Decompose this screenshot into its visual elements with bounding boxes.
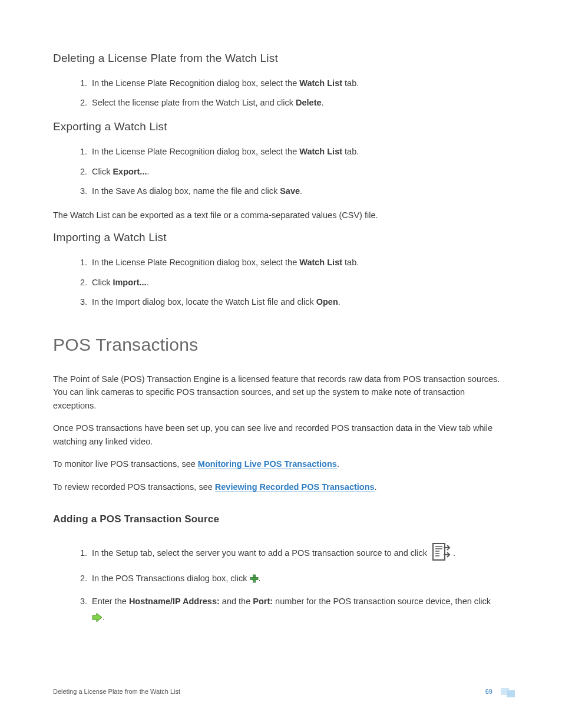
step-bold: Hostname/IP Address:: [129, 597, 220, 606]
paragraph-export-note: The Watch List can be exported as a text…: [53, 209, 509, 222]
steps-delete: In the License Plate Recognition dialog …: [53, 77, 509, 110]
heading-pos-transactions: POS Transactions: [53, 335, 509, 355]
footer-decoration-icon: [501, 687, 521, 696]
step-text: .: [103, 612, 105, 622]
link-reviewing-recorded-pos[interactable]: Reviewing Recorded POS Transactions: [215, 482, 375, 492]
list-item: In the POS Transactions dialog box, clic…: [90, 572, 509, 587]
step-text: Enter the: [92, 597, 129, 606]
step-text: .: [338, 297, 340, 307]
document-page: Deleting a License Plate from the Watch …: [0, 0, 562, 728]
list-item: In the License Plate Recognition dialog …: [90, 77, 509, 90]
step-text: .: [147, 278, 149, 287]
step-text: .: [300, 186, 302, 196]
step-text: Click: [92, 167, 113, 176]
pos-receipt-icon: [431, 542, 451, 566]
list-item: In the Setup tab, select the server you …: [90, 542, 509, 566]
list-item: Enter the Hostname/IP Address: and the P…: [90, 594, 509, 628]
step-bold: Watch List: [299, 147, 342, 156]
text: To review recorded POS transactions, see: [53, 482, 215, 492]
paragraph-pos-intro: The Point of Sale (POS) Transaction Engi…: [53, 373, 509, 412]
svg-rect-0: [433, 543, 445, 560]
step-bold: Open: [316, 297, 338, 307]
heading-importing-watch-list: Importing a Watch List: [53, 231, 509, 244]
footer-right: 69: [485, 687, 521, 696]
list-item: In the License Plate Recognition dialog …: [90, 145, 509, 159]
step-text: tab.: [342, 258, 359, 267]
step-text: In the Import dialog box, locate the Wat…: [92, 297, 316, 307]
step-text: In the License Plate Recognition dialog …: [92, 78, 299, 88]
paragraph-pos-view: Once POS transactions have been set up, …: [53, 421, 509, 448]
step-text: .: [147, 167, 149, 176]
heading-exporting-watch-list: Exporting a Watch List: [53, 120, 509, 133]
text: .: [337, 459, 339, 469]
list-item: Click Export....: [90, 165, 509, 179]
svg-rect-7: [250, 578, 258, 580]
add-plus-icon: [250, 574, 259, 587]
step-text: In the License Plate Recognition dialog …: [92, 147, 299, 156]
page-number: 69: [485, 688, 492, 695]
paragraph-pos-review: To review recorded POS transactions, see…: [53, 480, 509, 493]
list-item: Click Import....: [90, 276, 509, 289]
heading-delete-license-plate: Deleting a License Plate from the Watch …: [53, 52, 509, 65]
list-item: In the Import dialog box, locate the Wat…: [90, 295, 509, 309]
step-text: number for the POS transaction source de…: [273, 597, 491, 606]
next-arrow-icon: [92, 611, 103, 628]
heading-adding-pos-source: Adding a POS Transaction Source: [53, 513, 509, 525]
step-bold: Save: [280, 186, 300, 196]
list-item: In the Save As dialog box, name the file…: [90, 185, 509, 198]
step-bold: Watch List: [299, 258, 342, 267]
step-text: In the Setup tab, select the server you …: [92, 548, 429, 558]
steps-export: In the License Plate Recognition dialog …: [53, 145, 509, 198]
step-text: tab.: [342, 147, 359, 156]
step-text: .: [322, 98, 324, 107]
link-monitoring-live-pos[interactable]: Monitoring Live POS Transactions: [198, 459, 337, 469]
list-item: Select the license plate from the Watch …: [90, 96, 509, 110]
list-item: In the License Plate Recognition dialog …: [90, 256, 509, 269]
step-text: Select the license plate from the Watch …: [92, 98, 296, 107]
page-footer: Deleting a License Plate from the Watch …: [53, 687, 521, 696]
step-text: .: [259, 574, 261, 583]
step-text: In the License Plate Recognition dialog …: [92, 258, 299, 267]
steps-import: In the License Plate Recognition dialog …: [53, 256, 509, 309]
steps-add-pos: In the Setup tab, select the server you …: [53, 542, 509, 627]
step-bold: Export...: [113, 167, 147, 176]
text: .: [375, 482, 377, 492]
step-bold: Delete: [296, 98, 322, 107]
step-text: In the Save As dialog box, name the file…: [92, 186, 280, 196]
step-text: Click: [92, 278, 113, 287]
step-text: and the: [220, 597, 253, 606]
step-text: In the POS Transactions dialog box, clic…: [92, 574, 250, 583]
text: To monitor live POS transactions, see: [53, 459, 198, 469]
step-text: tab.: [342, 78, 359, 88]
step-bold: Import...: [113, 278, 146, 287]
step-bold: Watch List: [299, 78, 342, 88]
step-text: .: [453, 548, 455, 558]
step-bold: Port:: [253, 597, 273, 606]
paragraph-pos-monitor: To monitor live POS transactions, see Mo…: [53, 457, 509, 470]
footer-title: Deleting a License Plate from the Watch …: [53, 688, 180, 695]
